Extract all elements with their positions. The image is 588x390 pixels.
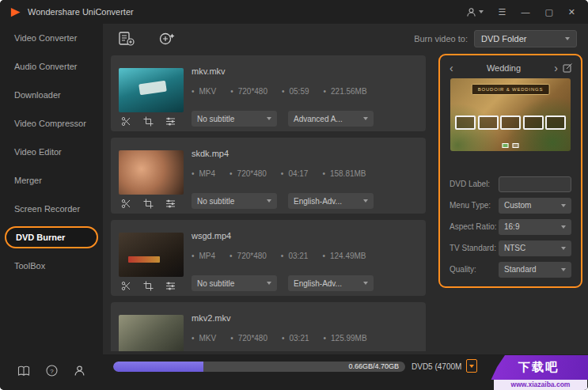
file-card: mkv.mkv MKV 720*480 05:59 221.56MB No su… — [111, 55, 426, 131]
tv-standard-dropdown[interactable]: NTSC — [499, 240, 571, 256]
audio-value: English-Adv... — [294, 279, 342, 288]
file-info: MP4 720*480 04:17 158.81MB — [192, 169, 366, 178]
dvd-settings-panel: ‹ Wedding › BOUDOIR & WEDDINGS — [438, 54, 582, 288]
video-thumbnail — [119, 315, 184, 351]
help-button[interactable]: ? — [46, 365, 58, 377]
file-duration: 05:59 — [282, 87, 309, 96]
contact-button[interactable] — [74, 365, 85, 377]
sidebar-item-merger[interactable]: Merger — [0, 166, 103, 195]
scissors-icon — [121, 116, 131, 127]
file-resolution: 720*480 — [230, 87, 267, 96]
chevron-down-icon — [469, 365, 474, 368]
file-card: mkv2.mkv MKV 720*480 03:21 125.99MB — [111, 302, 426, 351]
add-effect-icon — [158, 31, 176, 47]
chevron-down-icon — [561, 204, 566, 207]
question-icon: ? — [46, 365, 58, 377]
sidebar-item-downloader[interactable]: Downloader — [0, 81, 103, 109]
close-button[interactable]: ✕ — [568, 6, 575, 17]
chevron-down-icon — [561, 225, 566, 229]
sidebar-item-video-compressor[interactable]: Video Compressor — [0, 109, 103, 138]
file-size: 158.81MB — [322, 169, 366, 178]
field-quality: Quality: Standard — [440, 259, 581, 280]
burn-target-dropdown[interactable]: DVD Folder — [474, 30, 577, 47]
template-name: Wedding — [455, 63, 553, 73]
sidebar-item-video-editor[interactable]: Video Editor — [0, 138, 103, 166]
aspect-ratio-value: 16:9 — [504, 222, 519, 231]
burn-video-to-label: Burn video to: — [414, 34, 468, 44]
file-name: skdk.mp4 — [192, 149, 229, 158]
subtitle-dropdown[interactable]: No subtitle — [192, 193, 277, 209]
template-prev-button[interactable]: ‹ — [448, 62, 455, 74]
disc-space-text: 0.66GB/4.70GB — [348, 362, 399, 372]
maximize-button[interactable]: ▢ — [544, 6, 552, 17]
subtitle-dropdown[interactable]: No subtitle — [192, 275, 277, 291]
trim-button[interactable] — [121, 281, 131, 291]
menu-type-label: Menu Type: — [450, 201, 491, 210]
menu-button[interactable]: ☰ — [499, 6, 506, 17]
crop-button[interactable] — [143, 199, 154, 209]
main-content: Burn video to: DVD Folder mkv.mkv MKV 72… — [103, 24, 588, 354]
menu-type-dropdown[interactable]: Custom — [499, 198, 571, 214]
chevron-down-icon — [267, 282, 271, 285]
quality-dropdown[interactable]: Standard — [499, 262, 571, 278]
effects-button[interactable] — [165, 199, 176, 209]
preview-control-icons — [503, 143, 519, 148]
crop-button[interactable] — [143, 281, 154, 291]
chevron-down-icon — [561, 247, 566, 250]
audio-value: English-Adv... — [294, 197, 342, 206]
aspect-ratio-dropdown[interactable]: 16:9 — [499, 219, 571, 235]
effects-button[interactable] — [165, 281, 176, 291]
effects-button[interactable] — [165, 116, 176, 127]
scissors-icon — [121, 199, 131, 209]
sidebar-item-screen-recorder[interactable]: Screen Recorder — [0, 195, 103, 223]
wondershare-logo-icon — [9, 6, 21, 18]
file-format: MKV — [192, 334, 216, 343]
trim-button[interactable] — [121, 116, 131, 127]
account-button[interactable] — [466, 7, 484, 17]
video-thumbnail — [119, 150, 184, 195]
template-edit-button[interactable] — [563, 62, 573, 73]
file-card: skdk.mp4 MP4 720*480 04:17 158.81MB No s… — [111, 138, 426, 214]
add-effect-button[interactable] — [158, 31, 176, 47]
subtitle-dropdown[interactable]: No subtitle — [192, 111, 277, 127]
audio-dropdown[interactable]: English-Adv... — [288, 275, 374, 291]
watermark-banner: 下载吧 — [489, 355, 588, 380]
template-frame — [545, 115, 566, 130]
audio-dropdown[interactable]: Advanced A... — [288, 111, 374, 127]
template-frames — [455, 115, 566, 130]
audio-value: Advanced A... — [294, 115, 343, 123]
disc-type-value: DVD5 (4700M — [412, 362, 461, 372]
bottombar: ? 0.66GB/4.70GB DVD5 (4700M Burn 下载吧 www… — [0, 354, 588, 390]
minimize-button[interactable]: — — [521, 6, 529, 17]
sidebar-item-dvd-burner[interactable]: DVD Burner — [5, 226, 98, 248]
svg-text:?: ? — [50, 368, 54, 375]
video-thumbnail — [119, 233, 184, 277]
dvd-label-input[interactable] — [499, 176, 571, 192]
file-size: 124.49MB — [322, 252, 366, 260]
subtitle-value: No subtitle — [197, 115, 234, 123]
chevron-down-icon — [267, 117, 271, 120]
disc-type-dropdown[interactable] — [466, 359, 477, 373]
chevron-down-icon — [363, 117, 368, 120]
progress-fill — [113, 362, 203, 372]
add-files-button[interactable] — [117, 31, 135, 47]
trim-button[interactable] — [121, 199, 131, 209]
sidebar-item-audio-converter[interactable]: Audio Converter — [0, 52, 103, 81]
crop-icon — [143, 281, 154, 291]
sidebar-item-video-converter[interactable]: Video Converter — [0, 24, 103, 52]
template-next-button[interactable]: › — [552, 62, 560, 74]
template-frame — [455, 115, 476, 130]
field-tv-standard: TV Standard: NTSC — [440, 237, 581, 259]
file-duration: 03:21 — [282, 334, 309, 343]
audio-dropdown[interactable]: English-Adv... — [288, 193, 374, 209]
sidebar-item-toolbox[interactable]: ToolBox — [0, 252, 103, 280]
file-resolution: 720*480 — [230, 334, 267, 343]
field-dvd-label: DVD Label: — [440, 173, 581, 195]
user-guide-button[interactable] — [17, 365, 30, 377]
burn-target-value: DVD Folder — [481, 34, 526, 44]
crop-button[interactable] — [143, 116, 154, 127]
file-name: mkv2.mkv — [192, 313, 231, 323]
template-frame — [478, 115, 499, 130]
sliders-icon — [165, 281, 176, 291]
person-icon — [74, 365, 85, 377]
